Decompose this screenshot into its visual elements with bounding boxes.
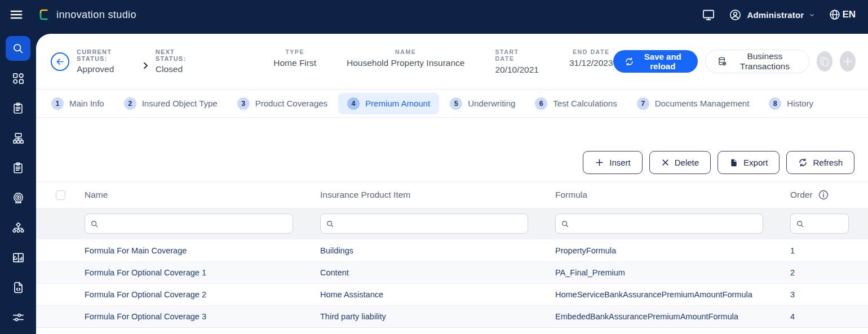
tabs-divider — [36, 117, 868, 118]
tab-insured-object-type[interactable]: 2Insured Object Type — [115, 93, 227, 114]
modules-icon — [12, 72, 25, 85]
field-start-date-value: 20/10/2021 — [495, 65, 539, 75]
insurance_product_item-filter-input[interactable] — [321, 214, 528, 233]
globe-icon — [829, 8, 841, 21]
table-row[interactable]: Formula For Optional Coverage 3Third par… — [36, 305, 868, 327]
premium-amount-table: NameInsurance Product ItemFormulaOrder F… — [36, 181, 868, 328]
tab-label: Test Calculations — [553, 99, 617, 108]
search-icon — [796, 220, 804, 228]
tab-product-coverages[interactable]: 3Product Coverages — [228, 93, 336, 114]
back-button[interactable] — [51, 52, 69, 71]
search-icon — [90, 220, 99, 228]
formula-filter-input[interactable] — [556, 214, 763, 233]
tab-label: Product Coverages — [255, 99, 327, 108]
tab-number-badge: 6 — [535, 97, 547, 110]
tab-number-badge: 2 — [124, 97, 136, 110]
refresh-button[interactable]: Refresh — [786, 151, 854, 174]
refresh-label: Refresh — [813, 158, 843, 167]
current-status-label: CURRENT STATUS: — [77, 48, 134, 62]
cell-order: 2 — [790, 268, 868, 277]
user-menu[interactable]: Administrator — [729, 8, 815, 21]
hierarchy-icon — [12, 221, 25, 234]
tab-number-badge: 5 — [450, 97, 462, 110]
delete-label: Delete — [675, 158, 699, 167]
brand-name: innovation studio — [56, 9, 136, 21]
plus-icon — [595, 158, 604, 167]
filter-cell-name — [85, 213, 320, 234]
language-selector[interactable]: EN — [829, 8, 856, 21]
tab-premium-amount[interactable]: 4Premium Amount — [338, 93, 439, 114]
search-box-name — [85, 213, 293, 234]
search-box-formula — [555, 213, 763, 234]
monitor-icon[interactable] — [702, 8, 715, 21]
search-icon — [12, 42, 24, 55]
sidebar-item-settings[interactable] — [6, 305, 30, 329]
cell-name: Formula For Main Coverage — [85, 246, 320, 255]
tab-main-info[interactable]: 1Main Info — [42, 93, 113, 114]
sidebar-item-forms[interactable] — [6, 155, 30, 180]
tab-history[interactable]: 8History — [760, 93, 822, 114]
next-status-label: NEXT STATUS: — [156, 48, 199, 62]
delete-button[interactable]: Delete — [649, 151, 711, 174]
process-flow-icon — [12, 132, 25, 145]
column-label: Formula — [555, 190, 587, 200]
tab-number-badge: 3 — [237, 97, 250, 110]
save-and-reload-button[interactable]: Save and reload — [613, 50, 698, 73]
tab-underwriting[interactable]: 5Underwriting — [441, 93, 524, 114]
tab-number-badge: 7 — [637, 97, 649, 110]
name-filter-input[interactable] — [85, 214, 293, 233]
add-button[interactable] — [840, 51, 856, 72]
tab-label: Underwriting — [468, 99, 515, 108]
chevron-down-icon — [809, 12, 815, 18]
tab-documents-management[interactable]: 7Documents Management — [628, 93, 759, 114]
cell-order: 4 — [790, 312, 868, 321]
select-all-cell — [36, 190, 85, 200]
cell-insurance_product_item: Buildings — [320, 246, 555, 255]
field-name: NAME Household Property Insurance — [347, 48, 464, 75]
next-status-value: Closed — [156, 64, 199, 74]
column-header-order: Order — [790, 189, 868, 201]
settings-icon — [12, 311, 25, 324]
tab-bar: 1Main Info2Insured Object Type3Product C… — [36, 90, 868, 117]
cell-order: 1 — [790, 246, 868, 255]
next-status: NEXT STATUS: Closed — [156, 48, 199, 74]
copy-icon — [819, 56, 830, 67]
table-header-row: NameInsurance Product ItemFormulaOrder — [36, 182, 868, 208]
filter-cell-insurance_product_item — [320, 213, 555, 234]
menu-icon[interactable] — [8, 7, 25, 22]
tab-test-calculations[interactable]: 6Test Calculations — [526, 93, 626, 114]
sidebar-item-goals[interactable] — [6, 185, 30, 210]
column-label: Order — [790, 190, 813, 200]
filter-cell-order — [790, 213, 868, 234]
tab-label: Insured Object Type — [142, 99, 218, 108]
table-filter-row — [36, 208, 868, 239]
table-row[interactable]: Formula For Optional Coverage 1ContentPA… — [36, 261, 868, 283]
info-icon[interactable] — [818, 189, 829, 201]
field-name-label: NAME — [395, 48, 416, 55]
search-box-insurance_product_item — [320, 213, 528, 234]
insert-button[interactable]: Insert — [583, 151, 643, 174]
business-transactions-label: Business Transactions — [732, 51, 798, 72]
file-icon — [729, 158, 738, 167]
sidebar-item-document-code[interactable] — [6, 275, 30, 300]
language-code: EN — [842, 9, 856, 20]
sidebar-item-modules[interactable] — [6, 66, 30, 91]
search-icon — [326, 220, 334, 228]
cell-insurance_product_item: Third party liability — [320, 312, 555, 321]
table-row[interactable]: Formula For Main CoverageBuildingsProper… — [36, 239, 868, 261]
export-button[interactable]: Export — [718, 151, 780, 174]
select-all-checkbox[interactable] — [56, 190, 65, 200]
column-header-name: Name — [85, 190, 320, 200]
sidebar-item-search[interactable] — [6, 36, 30, 61]
sidebar-item-process-flow[interactable] — [6, 126, 30, 150]
sidebar-item-dashboard[interactable] — [6, 245, 30, 270]
sidebar-item-tasks[interactable] — [6, 96, 30, 121]
business-transactions-button[interactable]: Business Transactions — [705, 50, 809, 73]
sidebar-item-hierarchy[interactable] — [6, 215, 30, 240]
forms-icon — [12, 162, 24, 174]
table-row[interactable]: Formula For Optional Coverage 2Home Assi… — [36, 283, 868, 305]
product-fields: TYPE Home First NAME Household Property … — [273, 48, 613, 75]
copy-button[interactable] — [817, 51, 832, 72]
current-status: CURRENT STATUS: Approved — [77, 48, 134, 74]
cell-formula: HomeServiceBankAssurancePremiumAmountFor… — [555, 290, 790, 299]
